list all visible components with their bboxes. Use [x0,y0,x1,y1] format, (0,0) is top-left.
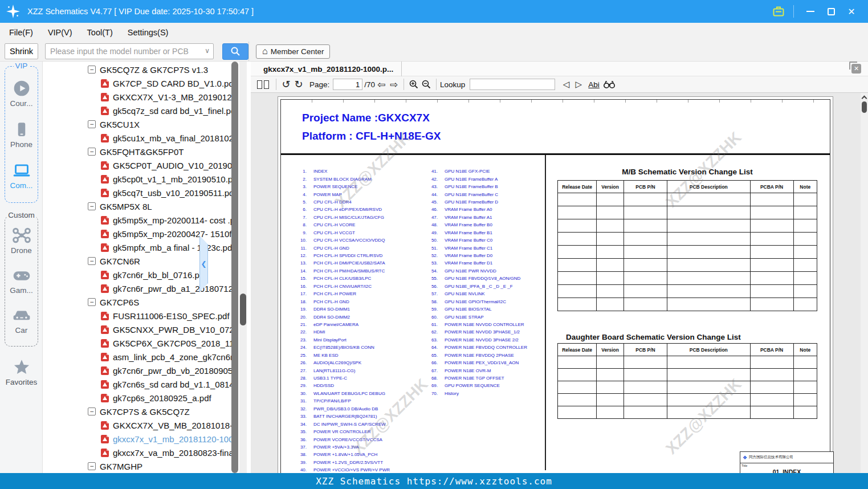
tree-item-label: gk7cn6s_sd card bd_v1.1_0814.p [113,380,231,389]
next-page-icon[interactable]: ⇨ [388,78,400,91]
tree-file-row[interactable]: GKXCX7X_V1-3_MB_20190121-F [88,90,231,104]
pdf-icon [101,366,109,375]
close-document-icon[interactable]: ✕ [851,64,861,74]
sidebar-item-car[interactable]: Car [5,307,38,335]
collapse-icon[interactable]: − [88,408,96,415]
index-row: 66.POWER N18E PEX_VDD/1V8_AON [425,359,527,366]
panel-collapse-handle[interactable]: ❮ [199,235,208,292]
index-row: 53.VRAM Frame Buffer D1 [425,259,527,267]
lookup-input[interactable] [470,79,555,90]
table-row [558,219,817,233]
viewport-scrollbar[interactable] [861,93,868,473]
tree-file-row[interactable]: GKXCX7X_VB_MB_20181018-230 [88,418,231,432]
tree-file-row[interactable]: FUSR111006-E1S0_SPEC.pdf [88,309,231,323]
tree-group-row[interactable]: −GK5CQ7Z & GK7CP7S v1.3 [88,63,231,76]
collapse-icon[interactable]: − [88,148,96,156]
previous-result-icon[interactable]: ◁ [560,78,572,91]
match-case-toggle[interactable]: Abi [588,80,600,89]
pdf-page: Project Name :GKXCX7X Platform : CFL-H+N… [278,96,833,473]
model-search-input[interactable] [45,43,214,59]
scroll-up-icon[interactable] [862,96,867,101]
shrink-button[interactable]: Shrink [5,43,38,59]
collapse-icon[interactable]: − [88,257,96,265]
briefcase-icon[interactable] [772,5,785,18]
menu-tool[interactable]: Tool(T) [87,28,113,37]
panel-scrollbar-thumb[interactable] [240,294,246,325]
tree-file-row[interactable]: gk5mp5x_mp-20200427- 1510fi [88,227,231,241]
maximize-button[interactable] [822,4,840,19]
tree-file-row[interactable]: gk5cu1x_mb_va_final_20181026 [88,131,231,145]
sidebar-item-favorites[interactable]: Favorites [0,358,43,386]
tree-file-row[interactable]: gk5cp0t_v1_1_mb_20190510.pdf [88,172,231,186]
tree-file-row[interactable]: GK5CP6X_GK7CP0S_2018_1121.p [88,336,231,350]
panel-scrollbar[interactable] [239,62,247,473]
search-button[interactable] [222,43,248,60]
tree-file-row[interactable]: gk5mp5x_mp-20200114- cost .p [88,213,231,227]
tree-group-row[interactable]: −GK5FQHT&GK5FP0T [88,145,231,158]
collapse-icon[interactable]: − [88,298,96,306]
tree-item-label: gk5cu1x_mb_va_final_20181026 [113,133,231,143]
previous-page-icon[interactable]: ⇦ [375,78,388,91]
tree-file-row[interactable]: GK5CNXX_PWR_DB_V10_0723_1 [88,323,231,336]
two-page-view-icon[interactable] [256,78,269,91]
tree-group-row[interactable]: −GK5MP5X 8L [88,199,231,213]
menu-settings[interactable]: Settings(S) [128,28,169,37]
collapse-icon[interactable]: − [88,202,96,210]
tree-file-row[interactable]: gk5mpfx_mb_a final - 1023c.pdf [88,241,231,254]
sidebar-item-game[interactable]: Gam... [5,267,38,295]
tree-file-row[interactable]: asm_link_pcb_4_zone_gk7cn6r_2 [88,350,231,364]
sidebar-item-course[interactable]: Cour... [5,79,38,108]
table-row [558,406,817,419]
tree-file-row[interactable]: gkxcx7x_v1_mb_20181120-1000 [88,432,231,446]
tree-file-row[interactable]: gk7cn6r_kb_bl_0716.pdf [88,268,231,282]
index-row: 61.POWER N18E NVVDD CONTROLLER [425,321,527,328]
menu-file[interactable]: File(F) [9,28,33,37]
document-tab[interactable]: gkxcx7x_v1_mb_20181120-1000.p... [255,62,402,76]
tree-scrollbar[interactable] [231,62,238,473]
tree-file-row[interactable]: gk5cq7z_sd card bd_v1_finel.pd [88,104,231,117]
collapse-icon[interactable]: − [88,462,96,470]
tree-group-row[interactable]: −GK7MGHP [88,459,231,473]
table-row [558,394,817,406]
tree-group-row[interactable]: −GK7CP7S & GK5CQ7Z [88,405,231,418]
tree-file-row[interactable]: gkxcx7x_va_mb_20180823-final. [88,446,231,459]
close-button[interactable]: ✕ [843,4,860,19]
tree-group-row[interactable]: −GK7CP6S [88,295,231,309]
tree-group-row[interactable]: −GK7CN6R [88,254,231,268]
tree-file-row[interactable]: gk7cn6r_pwr_db_vb_201809051 [88,364,231,377]
index-row: 43.GPU N18E FrameBuffer B [425,183,527,190]
sidebar-item-drone[interactable]: Drone [5,226,38,255]
tree-item-label: GK5CNXX_PWR_DB_V10_0723_1 [113,325,231,335]
menu-vip[interactable]: VIP(V) [48,28,72,37]
viewport-scrollbar-thumb[interactable] [862,101,867,113]
tree-file-row[interactable]: gk5cq7t_usb_v10_20190511.pdf [88,186,231,199]
pdf-viewport[interactable]: Project Name :GKXCX7X Platform : CFL-H+N… [251,93,861,473]
index-row: 42.GPU N18E FrameBuffer A [425,175,527,182]
tree-file-row[interactable]: gk7cp6s_20180925_a.pdf [88,391,231,405]
tree-file-row[interactable]: GK7CP_SD CARD BD_V1.0.pdf [88,76,231,90]
vip-group-label: VIP [14,62,30,70]
binoculars-icon[interactable] [603,78,616,91]
sidebar-item-computer[interactable]: Com... [5,161,38,190]
tree-file-row[interactable]: gk7cn6r_pwr_db_a1_20180712.p [88,282,231,295]
table-row [558,259,817,272]
zoom-out-icon[interactable] [420,78,433,91]
tree-group-row[interactable]: −GK5CU1X [88,117,231,131]
minimize-button[interactable] [802,4,819,19]
rotate-left-icon[interactable]: ↺ [280,78,292,91]
sidebar-item-phone[interactable]: Phone [5,120,38,149]
index-row: 65.POWER N18E FBVDDQ 2PHASE [425,352,527,359]
tree-file-row[interactable]: GK5CP0T_AUDIO_V10_20190514 [88,158,231,172]
rotate-right-icon[interactable]: ↻ [292,78,305,91]
member-center-button[interactable]: ⌂ Member Center [256,44,330,59]
db-table-title: Daughter Board Schematic Version Change … [566,333,741,341]
next-result-icon[interactable]: ▷ [572,78,585,91]
collapse-icon[interactable]: − [88,120,96,128]
tree-file-row[interactable]: gk7cn6s_sd card bd_v1.1_0814.p [88,377,231,391]
statusbar-text: XZZ Schematics https://www.xzztools.com [316,476,552,487]
page-number-input[interactable] [333,79,362,90]
chevron-down-icon[interactable]: ∨ [205,47,210,55]
menubar: File(F)VIP(V)Tool(T)Settings(S) [0,23,868,42]
collapse-icon[interactable]: − [88,66,96,74]
zoom-in-icon[interactable] [407,78,420,91]
